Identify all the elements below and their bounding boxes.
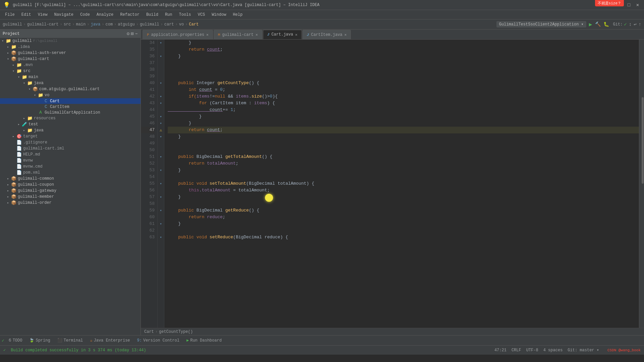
tree-arrow-package[interactable]: ▾ xyxy=(27,87,32,91)
nav-project[interactable]: gulimall xyxy=(3,22,22,27)
menubar-item-refactor[interactable]: Refactor xyxy=(117,11,143,18)
tab-close-cart-java[interactable]: ✕ xyxy=(295,33,298,37)
tree-item-cart-class[interactable]: C Cart xyxy=(0,98,141,104)
menubar-item-edit[interactable]: Edit xyxy=(18,11,35,18)
git-actions-button[interactable]: ↕ xyxy=(629,22,632,27)
fold-arrow-59[interactable]: ▾ xyxy=(160,208,162,213)
tree-item-mvn[interactable]: ▸ 📁 .mvn xyxy=(0,62,141,68)
tab-run-dashboard[interactable]: ▶ Run Dashboard xyxy=(184,337,224,344)
tree-item-common[interactable]: ▸ 📦 gulimall-common xyxy=(0,176,141,182)
tab-close-props[interactable]: ✕ xyxy=(206,33,209,37)
encoding-indicator[interactable]: UTF-8 xyxy=(526,348,538,353)
git-revert-button[interactable]: ↩ xyxy=(634,21,636,27)
tree-arrow-order[interactable]: ▸ xyxy=(5,201,11,205)
git-push-button[interactable]: ↑ xyxy=(639,22,641,27)
tab-java-enterprise[interactable]: ☕ Java Enterprise xyxy=(87,337,132,344)
fold-arrow-48[interactable]: ▾ xyxy=(160,135,162,139)
tree-arrow-auth[interactable]: ▸ xyxy=(5,51,11,55)
tree-arrow-idea[interactable]: ▸ xyxy=(5,45,11,49)
nav-atguigu[interactable]: atguigu xyxy=(118,22,135,27)
fold-arrow-46[interactable]: ▾ xyxy=(160,121,162,125)
tree-arrow-java-test[interactable]: ▸ xyxy=(21,128,27,132)
run-config-selector[interactable]: GulimallTestSsoClient2Application ▾ xyxy=(496,21,586,27)
fold-arrow-43[interactable]: ▾ xyxy=(160,101,162,105)
tree-item-iml[interactable]: 📄 gulimall-cart.iml xyxy=(0,145,141,152)
line-ending-indicator[interactable]: CRLF xyxy=(512,348,521,353)
menubar-item-build[interactable]: Build xyxy=(143,11,162,18)
code-content[interactable]: } return count; } public Integer getCoun… xyxy=(164,40,639,328)
tree-arrow-java-folder[interactable]: ▾ xyxy=(21,81,27,85)
tree-arrow-src[interactable]: ▾ xyxy=(11,69,16,73)
tab-terminal[interactable]: ⬛ Terminal xyxy=(55,337,86,344)
menubar-item-navigate[interactable]: Navigate xyxy=(51,11,77,18)
tree-arrow-gateway[interactable]: ▸ xyxy=(5,189,11,193)
tree-item-src[interactable]: ▾ 📁 src xyxy=(0,68,141,74)
tree-arrow-member[interactable]: ▸ xyxy=(5,195,11,199)
fold-arrow-61[interactable]: ▾ xyxy=(160,222,162,226)
tree-arrow-cart[interactable]: ▾ xyxy=(5,57,11,61)
tree-arrow-target[interactable]: ▸ xyxy=(11,134,16,138)
menubar-item-view[interactable]: View xyxy=(35,11,51,18)
indent-indicator[interactable]: 4 spaces xyxy=(543,348,563,353)
minimap-scrollbar[interactable] xyxy=(639,40,644,328)
git-branch-indicator[interactable]: Git: master ▾ xyxy=(568,348,599,353)
tab-cart-java[interactable]: J Cart.java ✕ xyxy=(263,30,302,39)
tab-spring[interactable]: 🍃 Spring xyxy=(26,337,53,344)
tree-item-java-test[interactable]: ▸ 📁 java xyxy=(0,127,141,133)
menubar-item-file[interactable]: File xyxy=(2,11,18,18)
fold-arrow-42[interactable]: ▾ xyxy=(160,95,162,99)
nav-com[interactable]: com xyxy=(105,22,113,27)
fold-arrow-57[interactable]: ▾ xyxy=(160,195,162,199)
tree-item-pom[interactable]: 📄 pom.xml xyxy=(0,170,141,176)
close-button[interactable]: ✕ xyxy=(635,2,641,8)
tree-arrow-vo[interactable]: ▾ xyxy=(32,93,38,97)
tree-item-coupon[interactable]: ▸ 📦 gulimall-coupon xyxy=(0,182,141,188)
menubar-item-window[interactable]: Window xyxy=(208,11,229,18)
tree-item-mvnw-cmd[interactable]: 📄 mvnw.cmd xyxy=(0,164,141,170)
tree-item-gulimall[interactable]: ▾ 📁 gulimall F:\gulimall xyxy=(0,38,141,44)
nav-module[interactable]: gulimall-cart xyxy=(27,22,59,27)
tree-item-auth-server[interactable]: ▸ 📦 gulimall-auth-server xyxy=(0,50,141,56)
sidebar-layout-icon[interactable]: ⊞ xyxy=(131,31,133,37)
tree-item-java-folder[interactable]: ▾ 📁 java xyxy=(0,80,141,86)
tree-arrow-gulimall[interactable]: ▾ xyxy=(0,39,5,43)
nav-cart-class[interactable]: Cart xyxy=(189,22,199,27)
tab-close-cartitem-java[interactable]: ✕ xyxy=(344,33,347,37)
tree-item-idea[interactable]: ▸ 📁 .idea xyxy=(0,44,141,50)
tree-arrow-coupon[interactable]: ▸ xyxy=(5,183,11,187)
fold-arrow-36[interactable]: ▾ xyxy=(160,54,162,58)
fold-arrow-63[interactable]: ▾ xyxy=(160,235,162,239)
tree-item-target[interactable]: ▸ 🎯 target xyxy=(0,133,141,139)
menubar-item-run[interactable]: Run xyxy=(162,11,176,18)
tree-arrow-main[interactable]: ▾ xyxy=(16,75,21,79)
fold-arrow-51[interactable]: ▾ xyxy=(160,155,162,159)
tree-item-resources[interactable]: ▸ 📁 resources xyxy=(0,115,141,121)
tree-item-gitignore[interactable]: 📄 .gitignore xyxy=(0,139,141,145)
tree-arrow-common[interactable]: ▸ xyxy=(5,177,11,181)
tab-application-properties[interactable]: P application.properties ✕ xyxy=(143,30,213,39)
tree-item-gateway[interactable]: ▸ 📦 gulimall-gateway xyxy=(0,188,141,194)
fold-arrow-34[interactable]: ▾ xyxy=(160,41,162,45)
tree-item-member[interactable]: ▸ 📦 gulimall-member xyxy=(0,194,141,200)
nav-gulimall[interactable]: gulimall xyxy=(140,22,159,27)
code-editor[interactable]: 34 35 36 37 38 39 40 41 42 43 44 45 46 4… xyxy=(141,40,644,328)
menubar-item-code[interactable]: Code xyxy=(77,11,93,18)
scrollbar-track[interactable] xyxy=(641,40,644,328)
sidebar-settings-icon[interactable]: ⚙ xyxy=(127,31,129,37)
sidebar-header-icons[interactable]: ⚙ ⊞ – xyxy=(127,31,138,37)
tab-close-cart-module[interactable]: ✕ xyxy=(256,33,258,37)
warning-icon-47[interactable]: ⚠ xyxy=(160,128,162,133)
tree-item-test-folder[interactable]: ▸ 🧪 test xyxy=(0,121,141,127)
tree-item-cartitem-class[interactable]: C CartItem xyxy=(0,104,141,110)
tree-arrow-test-folder[interactable]: ▸ xyxy=(16,122,21,126)
tab-todo[interactable]: 6 TODO xyxy=(6,337,25,344)
menubar-item-tools[interactable]: Tools xyxy=(176,11,195,18)
tree-item-vo[interactable]: ▾ 📁 vo xyxy=(0,92,141,98)
tab-cartitem-java[interactable]: J CartItem.java ✕ xyxy=(303,30,351,39)
nav-java[interactable]: java xyxy=(91,22,100,27)
nav-vo[interactable]: vo xyxy=(179,22,184,27)
git-check-button[interactable]: ✓ xyxy=(624,21,627,27)
tree-item-mvnw[interactable]: 📄 mvnw xyxy=(0,158,141,164)
menubar-item-vcs[interactable]: VCS xyxy=(195,11,209,18)
tree-item-gulimall-app[interactable]: A GulimallCartApplication xyxy=(0,110,141,115)
